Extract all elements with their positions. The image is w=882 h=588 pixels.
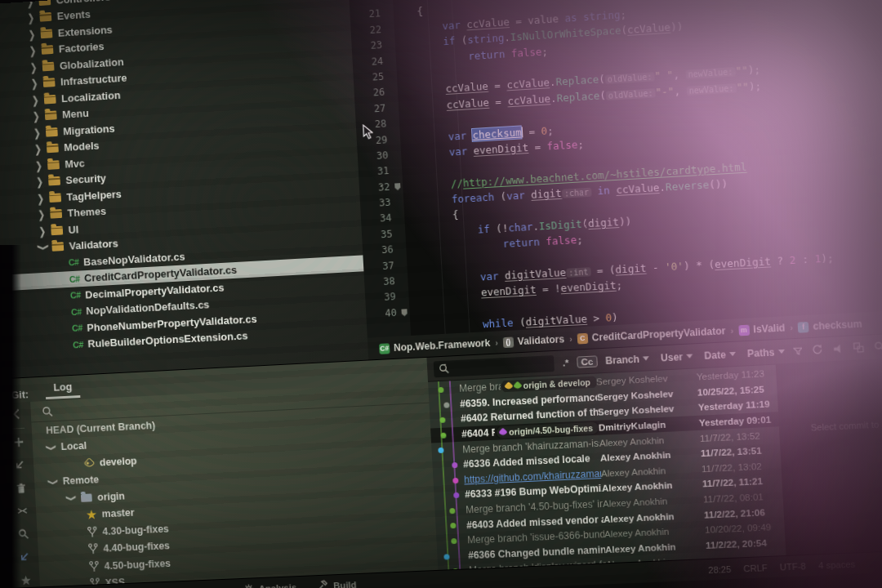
chevron-right-icon[interactable]: ❯ <box>32 127 42 140</box>
chevron-down-icon[interactable]: ❯ <box>37 243 50 253</box>
breadcrumb-item-class[interactable]: CCreditCardPropertyValidator <box>577 325 725 344</box>
chevron-right-icon[interactable]: ❯ <box>29 60 39 74</box>
breadcrumb-item-project[interactable]: C#Nop.Web.Framework <box>379 337 491 354</box>
code-scroll-area[interactable]: override bool IsValid(ValidationContext<… <box>349 0 882 338</box>
breadcrumb-item-field[interactable]: fchecksum <box>798 318 862 333</box>
filter-funnel-icon[interactable] <box>792 345 803 357</box>
breadcrumb-label: Validators <box>517 333 564 347</box>
folder-icon <box>47 144 59 154</box>
chevron-right-icon[interactable]: ❯ <box>27 28 38 41</box>
arrow-down-left-blue-icon[interactable] <box>17 550 32 564</box>
refresh-icon[interactable] <box>810 343 823 356</box>
code-text[interactable] <box>409 304 421 320</box>
chevron-down-icon[interactable]: ❯ <box>47 443 57 452</box>
statusbar-indicator[interactable]: 4 spaces <box>818 559 856 570</box>
code-text[interactable] <box>399 115 412 131</box>
log-search-input[interactable] <box>434 355 555 377</box>
search-icon[interactable] <box>16 527 30 541</box>
code-text[interactable]: { <box>393 3 423 21</box>
namespace-icon: () <box>502 336 514 348</box>
filter-date[interactable]: Date <box>704 348 736 361</box>
frames-icon[interactable] <box>852 341 865 354</box>
code-token: digitValue <box>525 313 587 328</box>
code-token: var <box>506 189 525 202</box>
trash-icon[interactable] <box>13 481 28 496</box>
code-text[interactable] <box>402 163 414 179</box>
code-token: ; <box>616 279 622 292</box>
code-token <box>412 146 450 161</box>
chevron-right-icon[interactable]: ❯ <box>28 44 38 57</box>
chevron-right-icon[interactable]: ❯ <box>33 143 43 156</box>
chevron-down-icon[interactable]: ❯ <box>66 493 77 503</box>
code-text[interactable] <box>407 256 419 273</box>
code-token: digit <box>588 216 620 229</box>
line-number[interactable] <box>367 320 411 337</box>
chevron-right-icon[interactable]: ❯ <box>38 225 48 238</box>
code-editor[interactable]: 7 ext methods 7 exposing APIs override b… <box>348 0 882 360</box>
code-token: ccValue <box>507 92 550 107</box>
git-left-section: Git: Log HEAD (Current Branch)❯Localdeve… <box>1 358 438 588</box>
mouse-cursor <box>363 123 374 140</box>
commit-date: 11/7/22, 11:21 <box>699 475 782 489</box>
code-token: evenDigit <box>473 141 528 157</box>
graph-dot-icon <box>453 492 459 498</box>
tab-log[interactable]: Log <box>45 380 80 399</box>
chevron-right-icon[interactable]: ❯ <box>31 110 42 123</box>
csharp-file-icon: C# <box>73 340 83 350</box>
folder-icon <box>42 45 54 55</box>
chevron-right-icon[interactable]: ❯ <box>36 208 47 221</box>
code-token <box>417 238 503 255</box>
statusbar-indicator[interactable]: UTF-8 <box>780 561 806 572</box>
commit-graph-node <box>434 488 466 504</box>
star-icon[interactable] <box>18 572 33 587</box>
statusbar-analysis-button[interactable]: Analysis <box>243 581 297 588</box>
statusbar-indicator[interactable]: 28:25 <box>708 564 732 574</box>
statusbar-build-button[interactable]: Build <box>317 578 357 588</box>
statusbar-indicator[interactable]: CRLF <box>743 563 768 573</box>
log-filters: BranchUserDatePaths <box>605 345 785 366</box>
statusbar-item-label: Build <box>333 580 357 588</box>
chevron-right-icon[interactable]: ❯ <box>26 11 37 24</box>
csharp-file-icon: C# <box>69 257 79 267</box>
filter-branch[interactable]: Branch <box>605 353 649 367</box>
ref-tag-icon <box>499 428 508 437</box>
chevron-left-icon[interactable] <box>10 407 24 421</box>
commit-graph-node <box>436 532 468 549</box>
code-token: "" <box>736 80 749 93</box>
arrow-down-left-icon[interactable] <box>12 457 27 472</box>
chevron-down-icon[interactable]: ❯ <box>48 477 59 487</box>
branch-icon <box>89 561 99 572</box>
code-token <box>407 50 468 66</box>
code-text[interactable] <box>397 68 409 84</box>
code-token: ; <box>577 138 584 150</box>
code-token: string <box>583 8 621 23</box>
filter-user[interactable]: User <box>661 350 693 363</box>
ref-tag-icon <box>513 381 522 390</box>
chevron-right-icon[interactable]: ❯ <box>33 159 44 172</box>
branches-panel: HEAD (Current Branch)❯Localdevelop❯Remot… <box>30 382 438 587</box>
regex-toggle[interactable]: .* <box>562 358 568 368</box>
code-token: { <box>404 5 423 18</box>
chevron-right-icon[interactable]: ❯ <box>29 77 40 90</box>
editor-area: ❯Controllers❯Events❯Extensions❯Factories… <box>0 0 882 380</box>
chevron-right-icon[interactable]: ❯ <box>34 176 45 189</box>
filter-paths[interactable]: Paths <box>747 345 785 359</box>
breadcrumb-item-namespace[interactable]: ()Validators <box>502 333 564 348</box>
commit-graph-node <box>433 472 465 488</box>
breadcrumb-item-method[interactable]: mIsValid <box>738 322 786 336</box>
code-token: = value <box>509 11 564 27</box>
notifications-icon[interactable] <box>831 342 844 355</box>
chevron-right-icon[interactable]: ❯ <box>35 192 46 205</box>
code-token: ccValue <box>466 16 510 30</box>
merge-arrows-icon[interactable] <box>15 504 29 519</box>
search-icon[interactable] <box>873 340 882 353</box>
code-token: false <box>546 234 577 247</box>
code-token: oldValue: <box>605 73 655 85</box>
chevron-right-icon[interactable]: ❯ <box>30 94 41 107</box>
commit-author: Alexey Anokhin <box>599 434 697 448</box>
plus-icon[interactable] <box>11 434 25 449</box>
match-case-toggle[interactable]: Cc <box>577 355 598 368</box>
graph-dot-icon <box>451 538 457 544</box>
branch-label: 4.40-bug-fixes <box>103 541 170 555</box>
chevron-right-icon[interactable]: ❯ <box>25 0 36 8</box>
